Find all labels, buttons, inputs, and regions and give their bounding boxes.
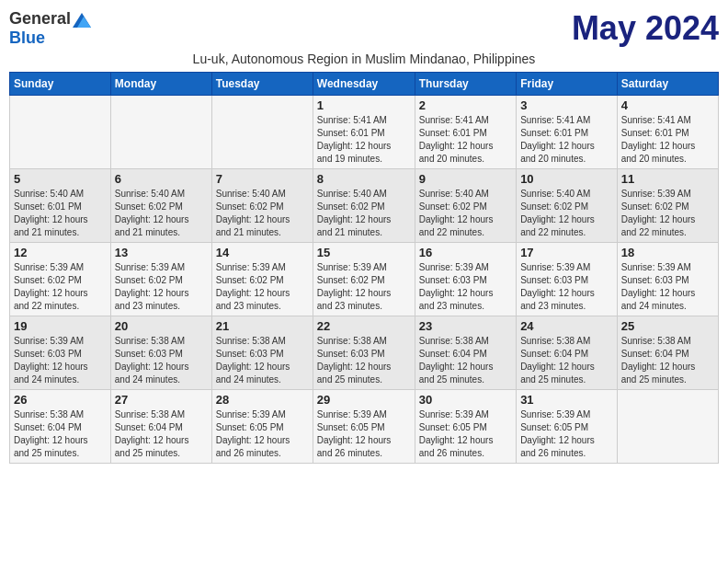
logo: General Blue (9, 9, 91, 48)
calendar-day: 1Sunrise: 5:41 AM Sunset: 6:01 PM Daylig… (313, 96, 415, 169)
day-number: 21 (216, 319, 309, 333)
day-info: Sunrise: 5:39 AM Sunset: 6:02 PM Dayligh… (14, 261, 107, 313)
day-info: Sunrise: 5:40 AM Sunset: 6:02 PM Dayligh… (520, 188, 613, 239)
day-info: Sunrise: 5:38 AM Sunset: 6:04 PM Dayligh… (520, 335, 613, 386)
day-number: 6 (115, 172, 208, 186)
calendar-day: 2Sunrise: 5:41 AM Sunset: 6:01 PM Daylig… (415, 96, 516, 169)
calendar-week-3: 12Sunrise: 5:39 AM Sunset: 6:02 PM Dayli… (10, 243, 719, 316)
day-info: Sunrise: 5:39 AM Sunset: 6:03 PM Dayligh… (419, 261, 512, 313)
page-header: General Blue May 2024 (9, 9, 719, 48)
calendar-day: 13Sunrise: 5:39 AM Sunset: 6:02 PM Dayli… (110, 243, 211, 316)
day-info: Sunrise: 5:40 AM Sunset: 6:02 PM Dayligh… (419, 188, 512, 239)
weekday-header-monday: Monday (110, 73, 211, 96)
calendar-day: 23Sunrise: 5:38 AM Sunset: 6:04 PM Dayli… (415, 316, 516, 390)
day-number: 24 (520, 319, 613, 333)
calendar-day: 29Sunrise: 5:39 AM Sunset: 6:05 PM Dayli… (313, 390, 415, 464)
day-info: Sunrise: 5:38 AM Sunset: 6:04 PM Dayligh… (115, 408, 208, 460)
day-number: 13 (115, 246, 208, 259)
calendar-day (617, 390, 718, 464)
day-number: 15 (317, 246, 411, 259)
day-info: Sunrise: 5:38 AM Sunset: 6:03 PM Dayligh… (216, 335, 309, 386)
calendar-day: 30Sunrise: 5:39 AM Sunset: 6:05 PM Dayli… (415, 390, 516, 464)
day-number: 25 (621, 319, 714, 333)
day-info: Sunrise: 5:39 AM Sunset: 6:05 PM Dayligh… (317, 408, 411, 460)
day-info: Sunrise: 5:40 AM Sunset: 6:02 PM Dayligh… (216, 188, 309, 239)
calendar-day: 14Sunrise: 5:39 AM Sunset: 6:02 PM Dayli… (211, 243, 313, 316)
day-info: Sunrise: 5:38 AM Sunset: 6:04 PM Dayligh… (621, 335, 714, 386)
calendar-day: 6Sunrise: 5:40 AM Sunset: 6:02 PM Daylig… (110, 169, 211, 243)
day-info: Sunrise: 5:39 AM Sunset: 6:05 PM Dayligh… (419, 408, 512, 460)
day-number: 31 (520, 393, 613, 407)
calendar-day (211, 96, 313, 169)
day-number: 22 (317, 319, 411, 333)
calendar-week-4: 19Sunrise: 5:39 AM Sunset: 6:03 PM Dayli… (10, 316, 719, 390)
day-info: Sunrise: 5:41 AM Sunset: 6:01 PM Dayligh… (520, 114, 613, 166)
day-number: 27 (115, 393, 208, 407)
weekday-header-wednesday: Wednesday (313, 73, 415, 96)
calendar-day: 10Sunrise: 5:40 AM Sunset: 6:02 PM Dayli… (517, 169, 618, 243)
day-number: 12 (14, 246, 107, 259)
calendar-day: 27Sunrise: 5:38 AM Sunset: 6:04 PM Dayli… (110, 390, 211, 464)
day-number: 2 (419, 98, 512, 112)
calendar-day: 28Sunrise: 5:39 AM Sunset: 6:05 PM Dayli… (211, 390, 313, 464)
day-number: 9 (419, 172, 512, 186)
calendar-day: 20Sunrise: 5:38 AM Sunset: 6:03 PM Dayli… (110, 316, 211, 390)
day-number: 17 (520, 246, 613, 259)
day-number: 11 (621, 172, 714, 186)
calendar-day: 17Sunrise: 5:39 AM Sunset: 6:03 PM Dayli… (517, 243, 618, 316)
day-number: 3 (520, 98, 613, 112)
calendar-day: 21Sunrise: 5:38 AM Sunset: 6:03 PM Dayli… (211, 316, 313, 390)
calendar-day: 15Sunrise: 5:39 AM Sunset: 6:02 PM Dayli… (313, 243, 415, 316)
day-info: Sunrise: 5:39 AM Sunset: 6:03 PM Dayligh… (520, 261, 613, 313)
day-info: Sunrise: 5:40 AM Sunset: 6:02 PM Dayligh… (317, 188, 411, 239)
day-info: Sunrise: 5:41 AM Sunset: 6:01 PM Dayligh… (621, 114, 714, 166)
calendar-day: 3Sunrise: 5:41 AM Sunset: 6:01 PM Daylig… (517, 96, 618, 169)
day-number: 10 (520, 172, 613, 186)
day-number: 14 (216, 246, 309, 259)
calendar-day: 16Sunrise: 5:39 AM Sunset: 6:03 PM Dayli… (415, 243, 516, 316)
calendar-table: SundayMondayTuesdayWednesdayThursdayFrid… (9, 72, 719, 464)
calendar-day (10, 96, 111, 169)
day-info: Sunrise: 5:38 AM Sunset: 6:03 PM Dayligh… (115, 335, 208, 386)
day-number: 5 (14, 172, 107, 186)
day-info: Sunrise: 5:40 AM Sunset: 6:02 PM Dayligh… (115, 188, 208, 239)
calendar-day: 19Sunrise: 5:39 AM Sunset: 6:03 PM Dayli… (10, 316, 111, 390)
weekday-header-friday: Friday (517, 73, 618, 96)
day-number: 8 (317, 172, 411, 186)
day-number: 30 (419, 393, 512, 407)
calendar-header: SundayMondayTuesdayWednesdayThursdayFrid… (10, 73, 719, 96)
day-number: 20 (115, 319, 208, 333)
day-info: Sunrise: 5:39 AM Sunset: 6:02 PM Dayligh… (621, 188, 714, 239)
calendar-day: 25Sunrise: 5:38 AM Sunset: 6:04 PM Dayli… (617, 316, 718, 390)
day-info: Sunrise: 5:39 AM Sunset: 6:02 PM Dayligh… (216, 261, 309, 313)
weekday-header-sunday: Sunday (10, 73, 111, 96)
day-number: 19 (14, 319, 107, 333)
day-info: Sunrise: 5:39 AM Sunset: 6:03 PM Dayligh… (14, 335, 107, 386)
day-number: 18 (621, 246, 714, 259)
day-info: Sunrise: 5:39 AM Sunset: 6:05 PM Dayligh… (216, 408, 309, 460)
logo-blue: Blue (9, 29, 45, 48)
calendar-day: 8Sunrise: 5:40 AM Sunset: 6:02 PM Daylig… (313, 169, 415, 243)
calendar-day: 5Sunrise: 5:40 AM Sunset: 6:01 PM Daylig… (10, 169, 111, 243)
day-number: 26 (14, 393, 107, 407)
calendar-week-1: 1Sunrise: 5:41 AM Sunset: 6:01 PM Daylig… (10, 96, 719, 169)
calendar-day: 24Sunrise: 5:38 AM Sunset: 6:04 PM Dayli… (517, 316, 618, 390)
calendar-day: 11Sunrise: 5:39 AM Sunset: 6:02 PM Dayli… (617, 169, 718, 243)
calendar-week-5: 26Sunrise: 5:38 AM Sunset: 6:04 PM Dayli… (10, 390, 719, 464)
day-info: Sunrise: 5:40 AM Sunset: 6:01 PM Dayligh… (14, 188, 107, 239)
day-number: 28 (216, 393, 309, 407)
day-info: Sunrise: 5:39 AM Sunset: 6:03 PM Dayligh… (621, 261, 714, 313)
day-info: Sunrise: 5:38 AM Sunset: 6:03 PM Dayligh… (317, 335, 411, 386)
day-info: Sunrise: 5:38 AM Sunset: 6:04 PM Dayligh… (419, 335, 512, 386)
logo-general: General (9, 9, 71, 29)
day-info: Sunrise: 5:39 AM Sunset: 6:02 PM Dayligh… (115, 261, 208, 313)
calendar-day: 4Sunrise: 5:41 AM Sunset: 6:01 PM Daylig… (617, 96, 718, 169)
day-info: Sunrise: 5:41 AM Sunset: 6:01 PM Dayligh… (317, 114, 411, 166)
day-info: Sunrise: 5:38 AM Sunset: 6:04 PM Dayligh… (14, 408, 107, 460)
calendar-day: 22Sunrise: 5:38 AM Sunset: 6:03 PM Dayli… (313, 316, 415, 390)
day-number: 1 (317, 98, 411, 112)
logo-icon (73, 13, 91, 28)
day-info: Sunrise: 5:39 AM Sunset: 6:02 PM Dayligh… (317, 261, 411, 313)
calendar-day: 12Sunrise: 5:39 AM Sunset: 6:02 PM Dayli… (10, 243, 111, 316)
calendar-day: 31Sunrise: 5:39 AM Sunset: 6:05 PM Dayli… (517, 390, 618, 464)
